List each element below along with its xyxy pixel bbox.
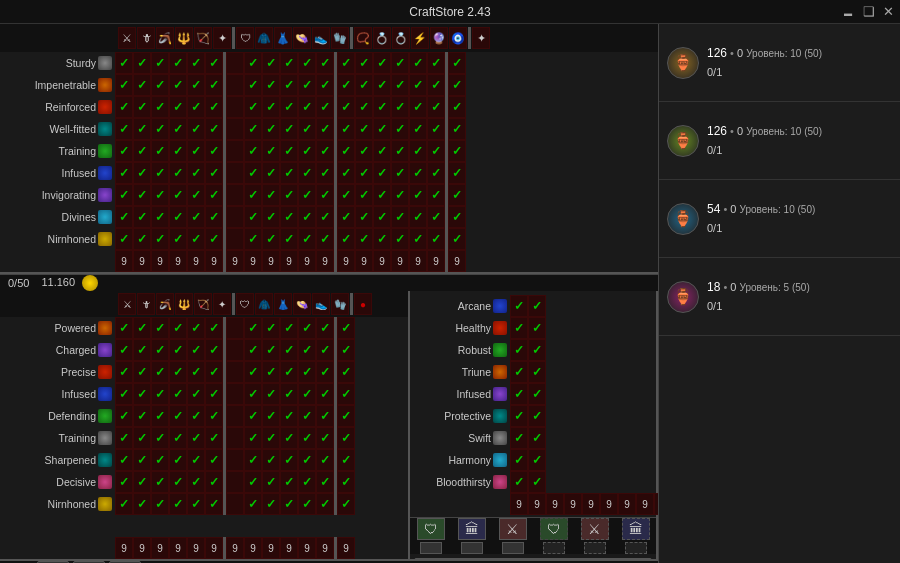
check-cell: ✓ <box>205 383 223 405</box>
check-cell: ✓ <box>169 206 187 228</box>
bl-col-icon: 🛡 <box>236 293 254 315</box>
check-cell: ✓ <box>298 162 316 184</box>
num-cell: 9 <box>316 537 334 559</box>
check-cell: ✓ <box>169 471 187 493</box>
check-cell-right: ✓ <box>528 427 546 449</box>
kit-btn-2[interactable]: 🏛 <box>458 518 486 554</box>
check-cell-right: ✓ <box>510 383 528 405</box>
check-cell: ✓ <box>280 52 298 74</box>
enchant-label: Sturdy <box>0 56 115 70</box>
check-cell: ✓ <box>262 206 280 228</box>
enchant-icon <box>98 343 112 357</box>
enchant-name: Infused <box>62 167 96 179</box>
check-cell: ✓ <box>298 317 316 339</box>
stat-blocks: 🏺126 • 0 Уровень: 10 (50)0/1🏺126 • 0 Уро… <box>659 24 900 336</box>
check-cell: ✓ <box>337 449 355 471</box>
enchant-icon <box>98 166 112 180</box>
col-icon: ✦ <box>472 27 490 49</box>
check-cell: ✓ <box>262 162 280 184</box>
check-cell: ✓ <box>373 74 391 96</box>
enchant-icon-right <box>493 431 507 445</box>
stat-icon: 🏺 <box>667 47 699 79</box>
enchant-name-right: Bloodthirsty <box>436 476 491 488</box>
enchant-icon <box>98 321 112 335</box>
top-enchant-section: ⚔ 🗡 🪃 🔱 🏹 ✦ 🛡 🧥 👗 👒 👟 🧤 📿 💍 <box>0 24 658 274</box>
enchant-row: Reinforced✓✓✓✓✓✓✓✓✓✓✓✓✓✓✓✓✓✓ <box>0 96 658 118</box>
check-cell: ✓ <box>355 162 373 184</box>
check-cell: ✓ <box>244 52 262 74</box>
check-cell: ✓ <box>133 339 151 361</box>
check-cell: ✓ <box>133 96 151 118</box>
enchant-row: Defending✓✓✓✓✓✓✓✓✓✓✓✓ <box>0 405 408 427</box>
kit-btn-3[interactable]: ⚔ <box>499 518 527 554</box>
kit-btn-1[interactable]: 🛡 <box>417 518 445 554</box>
enchant-label: Nirnhoned <box>0 497 115 511</box>
restore-button[interactable]: ❑ <box>863 4 875 19</box>
check-cell-right: ✓ <box>510 317 528 339</box>
kit-icon-2: 🏛 <box>458 518 486 540</box>
check-cell <box>226 74 244 96</box>
kit-btn-6[interactable]: 🏛 <box>622 518 650 554</box>
check-cell: ✓ <box>280 493 298 515</box>
check-cell: ✓ <box>262 383 280 405</box>
enchant-name: Decisive <box>56 476 96 488</box>
check-cell: ✓ <box>115 74 133 96</box>
enchant-row: Divines✓✓✓✓✓✓✓✓✓✓✓✓✓✓✓✓✓✓ <box>0 206 658 228</box>
kit-icon-1: 🛡 <box>417 518 445 540</box>
check-cell: ✓ <box>337 184 355 206</box>
kit-icon-4: 🛡 <box>540 518 568 540</box>
check-cell: ✓ <box>316 339 334 361</box>
col-icon: 💍 <box>392 27 410 49</box>
enchant-icon <box>98 431 112 445</box>
check-cell: ✓ <box>115 427 133 449</box>
bottom-right-panel: Arcane✓✓Healthy✓✓Robust✓✓Triune✓✓Infused… <box>410 291 658 559</box>
check-cell: ✓ <box>337 206 355 228</box>
check-cell: ✓ <box>262 471 280 493</box>
num-cell: 9 <box>337 250 355 272</box>
stat-text: 18 • 0 Уровень: 5 (50)0/1 <box>707 277 810 316</box>
check-cell: ✓ <box>337 162 355 184</box>
check-cell: ✓ <box>115 471 133 493</box>
enchant-icon-right <box>493 321 507 335</box>
check-cell: ✓ <box>409 118 427 140</box>
num-cell: 9 <box>280 250 298 272</box>
minimize-button[interactable]: 🗕 <box>842 4 855 19</box>
check-cell: ✓ <box>187 118 205 140</box>
check-cells: ✓✓✓✓✓✓✓✓✓✓✓✓✓✓✓✓✓✓ <box>115 184 466 206</box>
check-cell: ✓ <box>427 206 445 228</box>
check-cell: ✓ <box>280 361 298 383</box>
check-cell: ✓ <box>187 383 205 405</box>
check-cell: ✓ <box>391 184 409 206</box>
check-cells: ✓✓✓✓✓✓✓✓✓✓✓✓ <box>115 339 355 361</box>
kit-btn-5[interactable]: ⚔ <box>581 518 609 554</box>
kit-label-3 <box>502 542 524 554</box>
check-cell: ✓ <box>298 206 316 228</box>
enchant-icon <box>98 453 112 467</box>
bl-col-icon: 👗 <box>274 293 292 315</box>
check-cell: ✓ <box>151 184 169 206</box>
check-cell: ✓ <box>262 339 280 361</box>
check-cell: ✓ <box>169 405 187 427</box>
kit-btn-4[interactable]: 🛡 <box>540 518 568 554</box>
check-cell: ✓ <box>280 405 298 427</box>
check-cell: ✓ <box>133 162 151 184</box>
check-cell <box>226 427 244 449</box>
num-cell: 9 <box>298 537 316 559</box>
check-cell: ✓ <box>205 52 223 74</box>
check-cell: ✓ <box>151 317 169 339</box>
check-cell: ✓ <box>133 383 151 405</box>
check-cell: ✓ <box>262 361 280 383</box>
check-cell: ✓ <box>391 206 409 228</box>
num-cell: 9 <box>618 493 636 515</box>
enchant-icon-right <box>493 365 507 379</box>
check-cell: ✓ <box>133 52 151 74</box>
check-cell: ✓ <box>205 405 223 427</box>
check-cell: ✓ <box>448 140 466 162</box>
enchant-row: Precise✓✓✓✓✓✓✓✓✓✓✓✓ <box>0 361 408 383</box>
check-cell: ✓ <box>316 383 334 405</box>
check-cell: ✓ <box>133 118 151 140</box>
enchant-icon-right <box>493 387 507 401</box>
close-button[interactable]: ✕ <box>883 4 894 19</box>
check-cell: ✓ <box>151 228 169 250</box>
check-cell: ✓ <box>316 206 334 228</box>
